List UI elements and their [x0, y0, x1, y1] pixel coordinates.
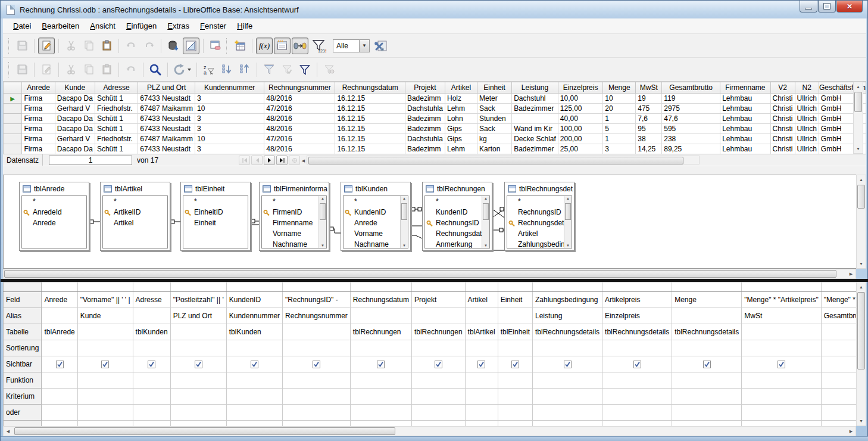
- design-cell[interactable]: [133, 340, 170, 356]
- design-cell[interactable]: Kundennummer: [226, 308, 282, 324]
- apply-filter-button[interactable]: [279, 61, 295, 78]
- field-item[interactable]: Firmenname: [262, 218, 319, 228]
- design-cell[interactable]: [77, 356, 133, 372]
- cell[interactable]: Decke Schlaf: [512, 134, 558, 144]
- design-cell[interactable]: [602, 389, 672, 405]
- design-cell[interactable]: [283, 356, 351, 372]
- design-cell[interactable]: [170, 356, 226, 372]
- column-header-Firmenname[interactable]: Firmenname: [720, 82, 770, 94]
- cell[interactable]: Badezimmer: [512, 104, 558, 114]
- cell[interactable]: Schütt 1: [95, 94, 138, 104]
- cell[interactable]: 48/2016: [264, 94, 335, 104]
- visible-checkbox[interactable]: [251, 361, 258, 368]
- design-cell[interactable]: [350, 389, 411, 405]
- cell[interactable]: Karton: [477, 144, 512, 154]
- cell[interactable]: Firma: [22, 104, 55, 114]
- design-cell[interactable]: [226, 372, 282, 389]
- cell[interactable]: Lehmbau: [720, 124, 770, 134]
- cell[interactable]: 16.12.15: [335, 94, 405, 104]
- design-cell[interactable]: [77, 340, 133, 356]
- cell[interactable]: Dacapo Da: [55, 144, 95, 154]
- field-item[interactable]: *: [262, 196, 319, 207]
- table-row[interactable]: FirmaDacapo DaSchütt 167433 Neustadt348/…: [4, 114, 866, 124]
- design-cell[interactable]: [742, 356, 821, 372]
- cell[interactable]: 47/2016: [264, 104, 335, 114]
- save-record-button[interactable]: [14, 61, 30, 78]
- design-cell[interactable]: [77, 324, 133, 340]
- column-header-Artikel[interactable]: Artikel: [445, 82, 477, 94]
- cell[interactable]: 48/2016: [264, 124, 335, 134]
- design-cell[interactable]: [672, 356, 742, 372]
- design-cell[interactable]: [742, 421, 821, 427]
- column-header-Rechnungsdatum[interactable]: Rechnungsdatum: [335, 82, 405, 94]
- design-cell[interactable]: [533, 372, 602, 389]
- design-cell[interactable]: [411, 389, 465, 405]
- cell[interactable]: 40,00: [558, 114, 602, 124]
- design-cell[interactable]: [226, 356, 282, 372]
- diagram-table-tblFirmeninforma[interactable]: tblFirmeninforma*FirmenIDFirmennameVorna…: [259, 182, 329, 251]
- cell[interactable]: Friedhofstr.: [95, 104, 138, 114]
- visible-checkbox[interactable]: [195, 361, 202, 368]
- visible-checkbox[interactable]: [101, 361, 109, 368]
- standard-filter-button[interactable]: [296, 61, 313, 78]
- design-cell[interactable]: [498, 421, 532, 427]
- row-selector[interactable]: ▶: [4, 94, 22, 104]
- cell[interactable]: Dacapo Da: [55, 114, 95, 124]
- design-column-header[interactable]: [77, 282, 133, 292]
- menu-item-ansicht[interactable]: Ansicht: [85, 20, 121, 32]
- row-selector[interactable]: [4, 124, 22, 134]
- field-list-scrollbar[interactable]: [564, 196, 572, 248]
- cell[interactable]: Christi: [770, 114, 795, 124]
- design-column-header[interactable]: [4, 282, 42, 292]
- design-cell[interactable]: [498, 308, 532, 324]
- column-header-Menge[interactable]: Menge: [603, 82, 636, 94]
- diagram-table-title[interactable]: tblKunden: [341, 182, 410, 195]
- design-cell[interactable]: tblEinheit: [498, 324, 532, 340]
- design-cell[interactable]: [411, 356, 465, 372]
- cell[interactable]: 7,6: [636, 114, 662, 124]
- edit-record-button[interactable]: [38, 61, 55, 78]
- cell[interactable]: Stunden: [477, 114, 512, 124]
- design-cell[interactable]: Rechnungsnummer: [283, 308, 351, 324]
- design-grid-hscrollbar[interactable]: ◀ ▶: [3, 426, 856, 436]
- design-cell[interactable]: [77, 421, 133, 427]
- design-cell[interactable]: [350, 356, 411, 372]
- design-column-header[interactable]: [602, 282, 672, 292]
- design-cell[interactable]: "RechnungsID" -: [283, 292, 351, 308]
- combobox-dropdown-icon[interactable]: ▼: [359, 40, 369, 52]
- cut-record-button[interactable]: [63, 61, 79, 78]
- design-column-header[interactable]: [821, 282, 856, 292]
- copy-record-button[interactable]: [80, 61, 97, 78]
- diagram-table-tblKunden[interactable]: tblKunden*KundenIDAnredeVornameNachnameA…: [341, 182, 411, 251]
- design-cell[interactable]: tblRechnungsdetails: [672, 324, 742, 340]
- field-item[interactable]: Anrede: [22, 218, 86, 228]
- design-column-header[interactable]: [226, 282, 282, 292]
- design-cell[interactable]: [42, 340, 77, 356]
- field-item[interactable]: Vorname: [344, 228, 400, 239]
- field-item[interactable]: ArtikelID: [103, 207, 167, 218]
- field-item[interactable]: Zahlungsbedin: [507, 239, 564, 249]
- design-cell[interactable]: [821, 356, 856, 372]
- table-row[interactable]: FirmaDacapo DaSchütt 167433 Neustadt348/…: [4, 144, 866, 154]
- diagram-table-title[interactable]: tblAnrede: [20, 182, 89, 195]
- design-cell[interactable]: [533, 340, 602, 356]
- reset-filter-button[interactable]: [321, 61, 338, 78]
- cell[interactable]: 5: [603, 124, 636, 134]
- design-cell[interactable]: [533, 405, 602, 421]
- design-cell[interactable]: [133, 372, 170, 389]
- sort-ascending-button[interactable]: [218, 61, 235, 78]
- redo-button[interactable]: [140, 38, 157, 54]
- design-cell[interactable]: Leistung: [533, 308, 602, 324]
- minimize-button[interactable]: [800, 1, 817, 13]
- record-number-input[interactable]: [49, 156, 132, 165]
- limit-combobox[interactable]: Alle ▼: [333, 39, 370, 52]
- field-item[interactable]: AnredeId: [22, 207, 86, 218]
- autofilter-button[interactable]: [261, 61, 277, 78]
- field-item[interactable]: *: [344, 196, 400, 207]
- cell[interactable]: Ullrich: [795, 94, 819, 104]
- design-cell[interactable]: [465, 389, 498, 405]
- table-row[interactable]: FirmaGerhard VFriedhofstr.67487 Maikamm1…: [4, 104, 866, 114]
- scroll-right-icon[interactable]: ▶: [847, 269, 855, 278]
- cell[interactable]: Badezimmer: [512, 144, 558, 154]
- cell[interactable]: Firma: [22, 114, 55, 124]
